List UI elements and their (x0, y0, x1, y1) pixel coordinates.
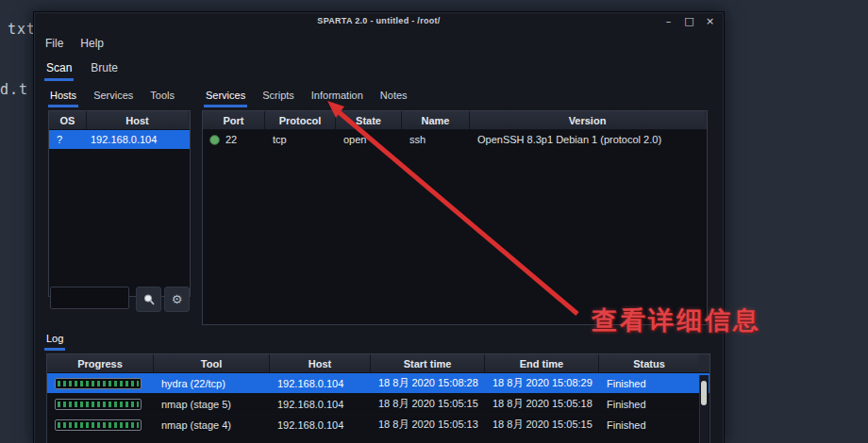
host-os-cell: ? (49, 134, 87, 145)
log-status-cell: Finished (599, 419, 699, 431)
log-tool-cell: hydra (22/tcp) (154, 378, 270, 389)
window-title: SPARTA 2.0 - untitled - /root/ (34, 16, 724, 25)
service-state-cell: open (336, 134, 402, 145)
log-scrollbar[interactable] (699, 375, 709, 443)
log-status-cell: Finished (599, 399, 699, 410)
log-start-cell: 18 8月 2020 15:08:28 (371, 376, 485, 390)
column-header-host[interactable]: Host (87, 111, 188, 129)
sparta-window: SPARTA 2.0 - untitled - /root/ – □ × Fil… (33, 11, 725, 443)
log-host-cell: 192.168.0.104 (270, 378, 371, 389)
tab-log[interactable]: Log (44, 331, 65, 351)
column-header-progress[interactable]: Progress (47, 354, 154, 372)
log-tabs: Log (44, 331, 65, 351)
service-port-cell: 22 (225, 134, 237, 145)
column-header-state[interactable]: State (336, 111, 402, 129)
column-header-log-host[interactable]: Host (270, 354, 371, 372)
log-status-cell: Finished (599, 378, 699, 389)
tab-services-left[interactable]: Services (92, 88, 135, 107)
hosts-panel-tabs: Hosts Services Tools (48, 88, 176, 107)
progress-bar (47, 399, 154, 410)
log-end-cell: 18 8月 2020 15:05:15 (485, 418, 599, 432)
column-header-os[interactable]: OS (49, 111, 87, 129)
log-tool-cell: nmap (stage 4) (154, 419, 270, 431)
menu-file[interactable]: File (45, 37, 63, 50)
progress-bar (47, 378, 154, 389)
column-header-port[interactable]: Port (203, 111, 265, 129)
gear-icon: ⚙ (172, 293, 183, 305)
log-row-hydra[interactable]: hydra (22/tcp) 192.168.0.104 18 8月 2020 … (47, 373, 709, 394)
menu-bar: File Help (45, 37, 104, 50)
background-terminal-text: txt (8, 21, 36, 38)
tab-scripts[interactable]: Scripts (260, 88, 296, 107)
column-header-start-time[interactable]: Start time (371, 354, 485, 372)
services-panel-tabs: Services Scripts Information Notes (204, 88, 409, 107)
annotation-text: 查看详细信息 (592, 304, 761, 337)
tab-services[interactable]: Services (204, 88, 247, 107)
column-header-name[interactable]: Name (402, 111, 470, 129)
hosts-table: OS Host ? 192.168.0.104 (48, 110, 191, 297)
filter-settings-button[interactable]: ⚙ (164, 287, 190, 312)
log-scrollbar-thumb[interactable] (701, 381, 707, 405)
log-end-cell: 18 8月 2020 15:05:18 (485, 397, 599, 411)
log-host-cell: 192.168.0.104 (270, 419, 371, 431)
column-header-tool[interactable]: Tool (154, 354, 270, 372)
tab-scan[interactable]: Scan (44, 59, 74, 81)
tab-notes[interactable]: Notes (378, 88, 409, 107)
log-table: Progress Tool Host Start time End time S… (46, 353, 710, 443)
log-host-cell: 192.168.0.104 (270, 399, 371, 410)
column-header-end-time[interactable]: End time (485, 354, 599, 372)
log-start-cell: 18 8月 2020 15:05:15 (371, 397, 485, 411)
port-open-icon (209, 135, 220, 145)
titlebar[interactable]: SPARTA 2.0 - untitled - /root/ – □ × (34, 12, 724, 31)
service-name-cell: ssh (402, 134, 470, 145)
maximize-button[interactable]: □ (683, 14, 695, 28)
tab-hosts[interactable]: Hosts (48, 88, 78, 107)
minimize-button[interactable]: – (662, 14, 675, 28)
column-header-status[interactable]: Status (599, 354, 699, 372)
column-header-version[interactable]: Version (470, 111, 705, 129)
log-start-cell: 18 8月 2020 15:05:13 (371, 418, 485, 432)
main-tabs: Scan Brute (44, 59, 120, 81)
tab-tools[interactable]: Tools (148, 88, 176, 107)
log-row-nmap-stage4[interactable]: nmap (stage 4) 192.168.0.104 18 8月 2020 … (47, 415, 709, 435)
host-address-cell: 192.168.0.104 (87, 134, 188, 145)
service-protocol-cell: tcp (265, 134, 336, 145)
column-header-protocol[interactable]: Protocol (265, 111, 336, 129)
search-icon (142, 293, 156, 306)
log-tool-cell: nmap (stage 5) (154, 399, 270, 410)
tab-brute[interactable]: Brute (89, 59, 120, 81)
close-button[interactable]: × (704, 14, 716, 28)
host-filter-input[interactable] (50, 287, 129, 309)
service-row[interactable]: 22 tcp open ssh OpenSSH 8.3p1 Debian 1 (… (203, 130, 707, 149)
menu-help[interactable]: Help (80, 37, 104, 50)
services-table: Port Protocol State Name Version 22 tcp … (202, 110, 708, 325)
background-terminal-text: d.t (0, 81, 28, 98)
tab-information[interactable]: Information (309, 88, 365, 107)
host-row[interactable]: ? 192.168.0.104 (49, 130, 190, 149)
log-row-nmap-stage5[interactable]: nmap (stage 5) 192.168.0.104 18 8月 2020 … (47, 394, 709, 415)
search-button[interactable] (136, 287, 161, 312)
service-version-cell: OpenSSH 8.3p1 Debian 1 (protocol 2.0) (470, 134, 705, 145)
log-end-cell: 18 8月 2020 15:08:29 (485, 376, 599, 390)
progress-bar (47, 419, 154, 431)
